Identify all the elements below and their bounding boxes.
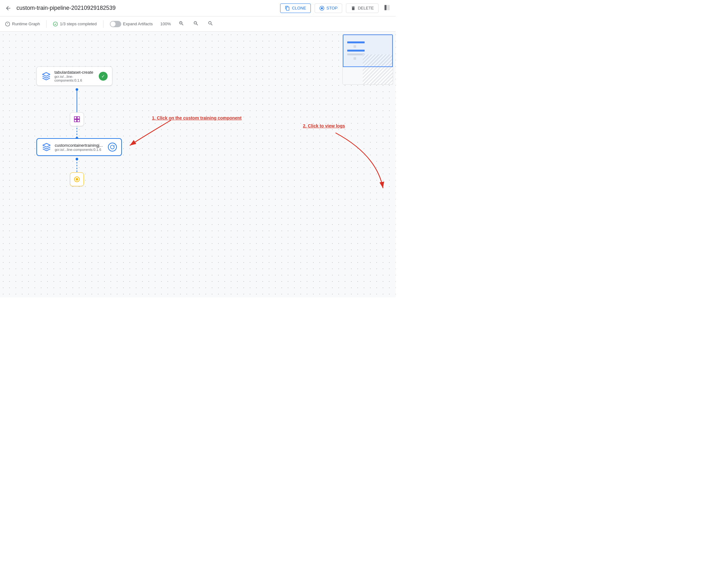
back-button[interactable] bbox=[5, 5, 11, 11]
stop-button[interactable]: STOP bbox=[315, 3, 342, 13]
svg-point-7 bbox=[53, 22, 57, 26]
toolbar: Runtime Graph 1/3 steps completed Expand… bbox=[0, 17, 396, 32]
node2-name: customcontainertrainingj... bbox=[55, 143, 105, 148]
node1-info: tabulardataset-create gcr.io/...line-com… bbox=[54, 70, 96, 82]
pending-node[interactable] bbox=[70, 172, 84, 186]
arrow2-svg bbox=[326, 130, 389, 193]
node1-icon bbox=[41, 71, 51, 81]
pipeline-canvas[interactable]: tabulardataset-create gcr.io/...line-com… bbox=[0, 32, 396, 297]
separator1 bbox=[46, 20, 47, 28]
annotation1: 1. Click on the custom training componen… bbox=[152, 115, 241, 120]
mini-map bbox=[342, 34, 393, 85]
pipeline-title: custom-train-pipeline-20210929182539 bbox=[17, 5, 275, 11]
svg-rect-17 bbox=[77, 119, 79, 122]
svg-rect-3 bbox=[387, 5, 390, 10]
node2-icon bbox=[42, 142, 52, 152]
svg-rect-15 bbox=[77, 117, 79, 119]
expand-artifacts-toggle[interactable]: Expand Artifacts bbox=[110, 21, 153, 27]
zoom-level: 100% bbox=[160, 22, 171, 26]
header: custom-train-pipeline-20210929182539 CLO… bbox=[0, 0, 396, 17]
node-customcontainertraining[interactable]: customcontainertrainingj... gcr.io/...li… bbox=[36, 138, 122, 156]
search-button[interactable] bbox=[206, 20, 215, 28]
panel-icon[interactable] bbox=[384, 4, 391, 11]
svg-rect-2 bbox=[385, 5, 387, 10]
zoom-out-button[interactable] bbox=[192, 20, 200, 28]
node2-status bbox=[108, 143, 117, 151]
node2-info: customcontainertrainingj... gcr.io/...li… bbox=[55, 143, 105, 151]
clone-button[interactable]: CLONE bbox=[280, 3, 311, 13]
mid-node[interactable] bbox=[70, 112, 84, 126]
svg-point-13 bbox=[76, 158, 78, 160]
toggle-switch[interactable] bbox=[110, 21, 121, 27]
svg-rect-1 bbox=[321, 7, 323, 9]
delete-button[interactable]: DELETE bbox=[346, 3, 379, 13]
separator2 bbox=[103, 20, 104, 28]
svg-rect-14 bbox=[74, 117, 77, 119]
node1-name: tabulardataset-create bbox=[54, 70, 96, 75]
annotation2: 2. Click to view logs bbox=[303, 123, 345, 129]
svg-point-9 bbox=[76, 88, 78, 91]
node2-subtitle: gcr.io/...line-components:0.1.6 bbox=[55, 148, 105, 151]
node1-subtitle: gcr.io/...line-components:0.1.6 bbox=[54, 75, 96, 82]
node-tabulardataset-create[interactable]: tabulardataset-create gcr.io/...line-com… bbox=[36, 66, 112, 86]
zoom-in-button[interactable] bbox=[177, 20, 185, 28]
svg-rect-16 bbox=[74, 119, 77, 122]
node1-status: ✓ bbox=[99, 72, 108, 81]
steps-completed: 1/3 steps completed bbox=[53, 22, 97, 27]
mini-map-viewport bbox=[343, 34, 393, 67]
runtime-graph-btn[interactable]: Runtime Graph bbox=[5, 22, 40, 27]
header-actions: CLONE STOP DELETE bbox=[280, 3, 379, 13]
